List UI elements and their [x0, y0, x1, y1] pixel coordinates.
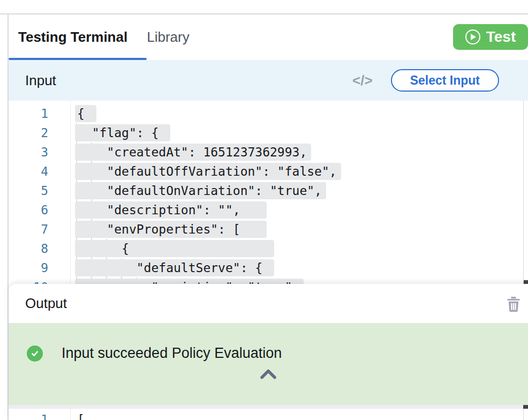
output-code-lines: 1 [ — [9, 409, 528, 420]
line-number: 2 — [9, 123, 48, 142]
clear-output-button[interactable] — [506, 295, 522, 312]
line-number: 7 — [9, 220, 48, 239]
input-panel-header: Input </> Select Input — [9, 60, 528, 101]
code-line[interactable]: 9 "defaultServe": { — [9, 258, 528, 278]
code-text: "createdAt": 1651237362993, — [75, 144, 311, 161]
code-text: "defaultServe": { — [75, 259, 274, 276]
testing-terminal-panel: Testing Terminal Library Test Input </> … — [9, 14, 528, 420]
line-number: 5 — [9, 181, 48, 200]
check-circle-icon — [27, 346, 43, 362]
success-message: Input succeeded Policy Evaluation — [62, 345, 282, 362]
code-text: "flag": { — [75, 124, 170, 141]
output-scrollbar-thumb[interactable] — [523, 405, 528, 409]
code-text: { — [75, 105, 96, 122]
line-number: 6 — [9, 200, 48, 220]
play-circle-icon — [465, 29, 480, 44]
code-text: "defaultOffVariation": "false", — [75, 163, 341, 180]
code-line[interactable]: 7 "envProperties": [ — [9, 220, 528, 239]
success-banner: Input succeeded Policy Evaluation — [9, 323, 528, 405]
output-panel: Output — [9, 284, 528, 420]
tab-testing-terminal[interactable]: Testing Terminal — [9, 29, 137, 46]
code-text: "description": "", — [75, 201, 267, 219]
code-text: "defaultOnVariation": "true", — [75, 182, 326, 199]
line-number: 1 — [9, 410, 48, 420]
input-code-lines: 1 { 2 "flag": { 3 "createdAt": 165123736… — [9, 101, 528, 297]
output-scrollbar-track[interactable] — [9, 405, 528, 409]
code-text: { — [75, 240, 274, 257]
code-line[interactable]: 1 { — [9, 104, 528, 123]
line-number: 3 — [9, 142, 48, 162]
code-text: [ — [77, 412, 85, 420]
code-line[interactable]: 8 { — [9, 239, 528, 258]
collapse-output-button[interactable] — [259, 368, 277, 380]
success-row: Input succeeded Policy Evaluation — [27, 345, 282, 362]
line-number: 4 — [9, 162, 48, 181]
code-line[interactable]: 3 "createdAt": 1651237362993, — [9, 142, 528, 162]
test-button-label: Test — [486, 28, 516, 46]
test-button[interactable]: Test — [453, 24, 528, 50]
code-text: "envProperties": [ — [75, 221, 267, 238]
input-actions: </> Select Input — [352, 69, 528, 92]
chevron-up-icon — [259, 368, 277, 380]
trash-icon — [506, 295, 522, 312]
line-number: 8 — [9, 239, 48, 258]
select-input-button[interactable]: Select Input — [391, 69, 499, 92]
line-number: 1 — [9, 104, 48, 123]
code-line[interactable]: 1 [ — [9, 410, 528, 420]
line-number: 9 — [9, 258, 48, 278]
code-line[interactable]: 5 "defaultOnVariation": "true", — [9, 181, 528, 200]
output-code-editor[interactable]: 1 [ — [9, 409, 528, 420]
tab-bar: Testing Terminal Library Test — [9, 14, 528, 60]
code-line[interactable]: 4 "defaultOffVariation": "false", — [9, 162, 528, 181]
code-line[interactable]: 2 "flag": { — [9, 123, 528, 142]
tab-library[interactable]: Library — [137, 29, 199, 46]
code-line[interactable]: 6 "description": "", — [9, 200, 528, 220]
output-panel-header: Output — [9, 284, 528, 323]
input-panel-title: Input — [25, 72, 56, 89]
output-panel-title: Output — [25, 295, 67, 312]
code-icon[interactable]: </> — [352, 72, 373, 89]
